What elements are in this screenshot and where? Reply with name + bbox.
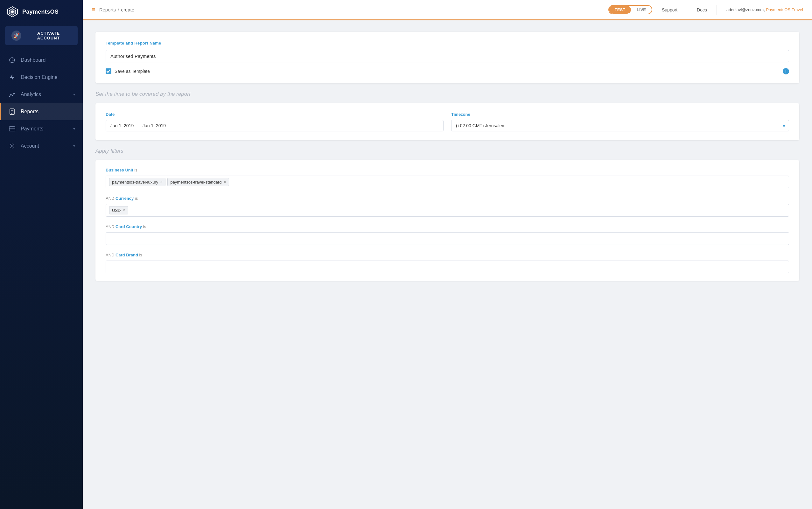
chart-line-icon xyxy=(9,91,15,98)
time-section: Set the time to be covered by the report… xyxy=(96,91,799,140)
tag-paymentsos-travel-standard: paymentsos-travel-standard × xyxy=(167,178,229,186)
time-card: Date Jan 1, 2019 – Jan 1, 2019 Timezone … xyxy=(96,103,799,140)
user-account-link[interactable]: PaymentsOS-Travel xyxy=(766,7,803,12)
date-from: Jan 1, 2019 xyxy=(110,123,134,128)
filter-business-unit-label: Business Unit is xyxy=(106,168,789,172)
sidebar-item-analytics-label: Analytics xyxy=(21,92,68,97)
filter-card-country-label: AND Card Country is xyxy=(106,224,789,229)
filter-card-country: AND Card Country is xyxy=(106,224,789,245)
credit-card-icon xyxy=(9,125,15,132)
card-brand-input[interactable] xyxy=(106,261,789,273)
card-brand-is: is xyxy=(139,252,142,258)
breadcrumb-sep: / xyxy=(118,7,119,12)
filters-heading: Apply filters xyxy=(96,148,799,154)
logo-area: PaymentsOS xyxy=(0,0,83,24)
remove-tag-usd[interactable]: × xyxy=(123,208,125,212)
save-template-row: Save as Template i xyxy=(106,68,789,74)
sidebar-item-account-label: Account xyxy=(21,143,68,149)
remove-tag-luxury[interactable]: × xyxy=(160,180,163,184)
filters-section: Apply filters Business Unit is paymentso… xyxy=(96,148,799,281)
save-template-label: Save as Template xyxy=(114,69,150,74)
template-section-label: Template and Report Name xyxy=(106,41,789,45)
sidebar-item-decision-engine-label: Decision Engine xyxy=(21,74,75,80)
sidebar-item-dashboard-label: Dashboard xyxy=(21,57,75,63)
currency-is: is xyxy=(135,196,138,201)
sidebar-item-payments[interactable]: Payments ▾ xyxy=(0,120,83,137)
sidebar-item-reports[interactable]: Reports xyxy=(0,103,83,120)
sidebar-item-decision-engine[interactable]: Decision Engine xyxy=(0,69,83,86)
sidebar: PaymentsOS 🚀 ACTIVATE ACCOUNT Dashboard … xyxy=(0,0,83,509)
env-live-button[interactable]: LIVE xyxy=(631,6,652,14)
payments-chevron-icon: ▾ xyxy=(73,127,75,131)
business-unit-input[interactable]: paymentsos-travel-luxury × paymentsos-tr… xyxy=(106,176,789,188)
sidebar-item-reports-label: Reports xyxy=(21,109,75,114)
filters-card: Business Unit is paymentsos-travel-luxur… xyxy=(96,160,799,281)
sidebar-item-analytics[interactable]: Analytics ▾ xyxy=(0,86,83,103)
timezone-group: Timezone (+02:00 GMT) Jerusalem (+00:00 … xyxy=(451,112,789,131)
timezone-select-wrapper: (+02:00 GMT) Jerusalem (+00:00 GMT) UTC … xyxy=(451,120,789,131)
topbar: ≡ Reports / create TEST LIVE Support Doc… xyxy=(83,0,812,20)
filter-business-unit: Business Unit is paymentsos-travel-luxur… xyxy=(106,168,789,188)
currency-input[interactable]: USD × xyxy=(106,204,789,217)
svg-point-2 xyxy=(11,10,14,13)
sidebar-item-dashboard[interactable]: Dashboard xyxy=(0,52,83,69)
env-test-button[interactable]: TEST xyxy=(609,6,631,14)
filter-card-brand-label: AND Card Brand is xyxy=(106,252,789,258)
logo-icon xyxy=(6,6,19,18)
filter-card-brand: AND Card Brand is xyxy=(106,252,789,273)
remove-tag-standard[interactable]: × xyxy=(224,180,226,184)
business-unit-field-name: Business Unit xyxy=(106,168,133,172)
currency-and: AND xyxy=(106,196,115,201)
docs-link[interactable]: Docs xyxy=(697,7,707,12)
template-card: Template and Report Name Save as Templat… xyxy=(96,32,799,83)
date-sep: – xyxy=(137,123,139,128)
topbar-divider-1 xyxy=(687,5,687,15)
user-info: adeelavi@zooz.com, PaymentsOS-Travel xyxy=(726,7,803,12)
card-country-is: is xyxy=(143,224,146,229)
currency-field-name: Currency xyxy=(115,196,134,201)
file-alt-icon xyxy=(9,108,15,115)
card-country-input[interactable] xyxy=(106,232,789,245)
date-group: Date Jan 1, 2019 – Jan 1, 2019 xyxy=(106,112,444,131)
bolt-icon xyxy=(9,74,15,81)
app-name: PaymentsOS xyxy=(22,9,59,15)
breadcrumb-reports[interactable]: Reports xyxy=(99,7,116,12)
card-brand-and: AND xyxy=(106,252,115,258)
sidebar-item-payments-label: Payments xyxy=(21,126,68,132)
svg-rect-3 xyxy=(10,109,14,114)
rocket-icon: 🚀 xyxy=(11,31,21,41)
activate-label: ACTIVATE ACCOUNT xyxy=(26,31,71,40)
date-range-input[interactable]: Jan 1, 2019 – Jan 1, 2019 xyxy=(106,120,444,131)
filter-currency-label: AND Currency is xyxy=(106,196,789,201)
report-name-input[interactable] xyxy=(106,50,789,62)
tag-usd: USD × xyxy=(109,206,128,214)
chart-pie-icon xyxy=(9,57,15,64)
card-country-field-name: Card Country xyxy=(115,224,142,229)
timezone-select[interactable]: (+02:00 GMT) Jerusalem (+00:00 GMT) UTC … xyxy=(451,120,789,131)
sidebar-item-account[interactable]: Account ▾ xyxy=(0,137,83,155)
tag-paymentsos-travel-luxury: paymentsos-travel-luxury × xyxy=(109,178,165,186)
breadcrumb: Reports / create xyxy=(99,7,134,12)
topbar-divider-2 xyxy=(716,5,717,15)
main-area: ≡ Reports / create TEST LIVE Support Doc… xyxy=(83,0,812,509)
time-section-heading: Set the time to be covered by the report xyxy=(96,91,799,97)
info-icon[interactable]: i xyxy=(783,68,789,74)
date-timezone-row: Date Jan 1, 2019 – Jan 1, 2019 Timezone … xyxy=(106,112,789,131)
user-email: adeelavi@zooz.com, xyxy=(726,7,765,12)
svg-point-9 xyxy=(11,145,13,147)
filter-currency: AND Currency is USD × xyxy=(106,196,789,217)
cog-icon xyxy=(9,142,15,149)
activate-account-button[interactable]: 🚀 ACTIVATE ACCOUNT xyxy=(5,26,78,45)
card-country-and: AND xyxy=(106,224,115,229)
menu-icon[interactable]: ≡ xyxy=(92,6,96,13)
save-template-checkbox[interactable] xyxy=(106,68,111,74)
timezone-label: Timezone xyxy=(451,112,789,117)
business-unit-is: is xyxy=(134,168,137,172)
svg-rect-7 xyxy=(9,127,15,131)
account-chevron-icon: ▾ xyxy=(73,144,75,148)
card-brand-field-name: Card Brand xyxy=(115,252,138,258)
env-toggle: TEST LIVE xyxy=(608,5,652,14)
analytics-chevron-icon: ▾ xyxy=(73,92,75,97)
support-link[interactable]: Support xyxy=(662,7,677,12)
content-area: Template and Report Name Save as Templat… xyxy=(83,20,812,509)
